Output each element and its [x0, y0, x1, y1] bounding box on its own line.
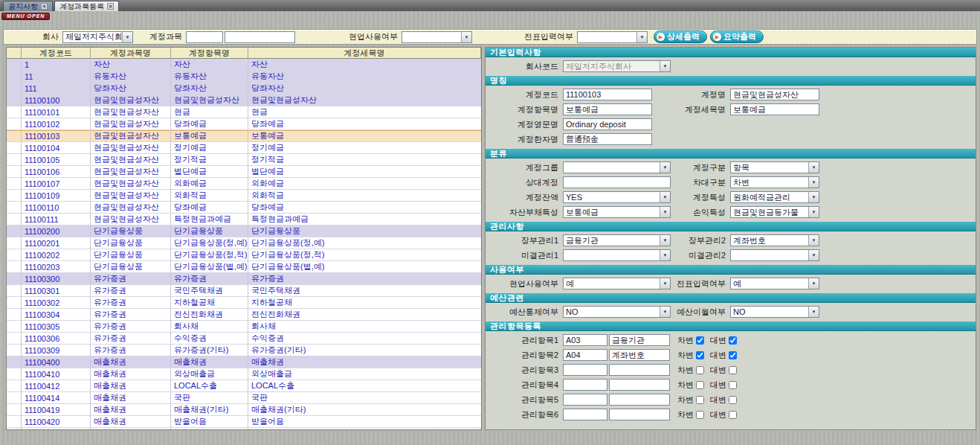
- detail-print-label: 상세출력: [667, 31, 700, 42]
- table-row[interactable]: 11100201 단기금융상품 단기금융상품(정,예) 단기금융상품(정,예): [7, 237, 481, 249]
- close-icon[interactable]: ×: [41, 3, 48, 10]
- table-row[interactable]: 11100300 유가증권 유가증권 유가증권: [7, 273, 481, 285]
- table-row[interactable]: 11100110 현금및현금성자산 당좌예금 당좌예금: [7, 202, 481, 214]
- table-row[interactable]: 11100202 단기금융상품 단기금융상품(정,적) 단기금융상품(정,적): [7, 249, 481, 261]
- table-row[interactable]: 11100309 유가증권 유가증권(기타) 유가증권(기타): [7, 345, 481, 356]
- table-row[interactable]: 11100414 매출채권 국판 국판: [7, 392, 481, 404]
- close-icon[interactable]: ×: [107, 3, 114, 10]
- table-row[interactable]: 11100302 유가증권 지하철공채 지하철공채: [7, 297, 481, 309]
- budget-control-select[interactable]: NO ▼: [563, 306, 671, 318]
- table-row[interactable]: 11100105 현금및현금성자산 정기적금 정기적금: [7, 154, 481, 166]
- detail-print-button[interactable]: ▶ 상세출력: [654, 31, 707, 43]
- account-hanja-input[interactable]: [563, 133, 652, 145]
- book-mgmt1-select[interactable]: 금융기관 ▼: [563, 234, 671, 246]
- account-division-select[interactable]: 항목 ▼: [730, 161, 819, 173]
- credit-checkbox[interactable]: [729, 381, 737, 389]
- table-row[interactable]: 11100422 매출채권 할인어음 할인어음: [7, 428, 481, 430]
- mgmt-item-name-input[interactable]: [609, 334, 670, 346]
- field-use-select[interactable]: 예 ▼: [563, 278, 671, 289]
- account-english-input[interactable]: [563, 118, 652, 130]
- mgmt-item-name-input[interactable]: [609, 379, 670, 391]
- debit-checkbox[interactable]: [696, 351, 704, 359]
- table-row[interactable]: 11100109 현금및현금성자산 외화적금 외화적금: [7, 190, 481, 202]
- open-mgmt2-select[interactable]: ▼: [730, 249, 819, 261]
- slip-entry-filter-select[interactable]: ▼: [577, 31, 648, 43]
- account-name-filter-input[interactable]: [225, 31, 295, 43]
- company-select[interactable]: 제일저지주식회사 ▼: [62, 31, 133, 43]
- credit-checkbox[interactable]: [729, 336, 737, 345]
- table-row[interactable]: 11100419 매출채권 매출채권(기타) 매출채권(기타): [7, 404, 481, 416]
- field-use-filter-label: 현업사용여부: [349, 31, 398, 42]
- summary-print-button[interactable]: ▶ 요약출력: [710, 31, 764, 43]
- tab-notice[interactable]: 공지사항 ×: [3, 1, 53, 11]
- table-row[interactable]: 11100203 단기금융상품 단기금융상품(별,예) 단기금융상품(별,예): [7, 261, 481, 273]
- credit-checkbox[interactable]: [729, 411, 737, 419]
- table-row[interactable]: 11100420 매출채권 받을어음 받을어음: [7, 416, 481, 428]
- table-row[interactable]: 111 당좌자산 당좌자산 당좌자산: [7, 83, 481, 95]
- debit-credit-division-select[interactable]: 차변 ▼: [730, 176, 819, 188]
- credit-checkbox[interactable]: [729, 366, 737, 374]
- table-row[interactable]: 11100412 매출채권 LOCAL수출 LOCAL수출: [7, 380, 481, 392]
- debit-checkbox[interactable]: [696, 396, 704, 404]
- mgmt-item-name-input[interactable]: [609, 364, 670, 376]
- account-group-select[interactable]: ▼: [563, 161, 671, 173]
- account-name-input[interactable]: [730, 89, 819, 100]
- account-detail-input[interactable]: [730, 103, 819, 115]
- table-row[interactable]: 11100101 현금및현금성자산 현금 현금: [7, 106, 481, 118]
- table-row[interactable]: 11100400 매출채권 매출채권 매출채권: [7, 356, 481, 368]
- mgmt-item-code-input[interactable]: [563, 364, 607, 376]
- open-mgmt1-select[interactable]: ▼: [563, 249, 671, 261]
- table-row[interactable]: 11100306 유가증권 수익증권 수익증권: [7, 333, 481, 345]
- table-row[interactable]: 11100107 현금및현금성자산 외화예금 외화예금: [7, 178, 481, 190]
- credit-checkbox[interactable]: [729, 396, 737, 404]
- account-balance-value: YES: [566, 193, 582, 202]
- cell-account-name: 유가증권: [91, 297, 171, 309]
- mgmt-item-name-input[interactable]: [609, 394, 670, 406]
- debit-checkbox[interactable]: [696, 336, 704, 345]
- table-row[interactable]: 11100102 현금및현금성자산 당좌예금 당좌예금: [7, 118, 481, 130]
- table-row[interactable]: 11100410 매출채권 외상매출금 외상매출금: [7, 368, 481, 380]
- mgmt-item-code-input[interactable]: [563, 334, 607, 346]
- table-row[interactable]: 11100305 유가증권 회사채 회사채: [7, 321, 481, 333]
- account-trait-select[interactable]: 원화예적금관리 ▼: [730, 191, 819, 203]
- cell-account-code: 11100420: [22, 416, 91, 428]
- table-row[interactable]: 11 유동자산 유동자산 유동자산: [7, 71, 481, 83]
- table-row[interactable]: 11100104 현금및현금성자산 정기예금 정기예금: [7, 142, 481, 154]
- asset-trait-select[interactable]: 보통예금 ▼: [563, 206, 671, 218]
- table-row[interactable]: 11100304 유가증권 전신전화채권 전신전화채권: [7, 309, 481, 321]
- account-item-input[interactable]: [563, 103, 652, 115]
- mgmt-item-name-input[interactable]: [609, 409, 670, 420]
- chevron-down-icon: ▼: [808, 235, 819, 246]
- tab-account-registration[interactable]: 계정과목등록 ×: [54, 1, 119, 11]
- budget-carryover-select[interactable]: NO ▼: [730, 306, 819, 318]
- table-row[interactable]: 11100100 현금및현금성자산 현금및현금성자산 현금및현금성자산: [7, 95, 481, 106]
- mgmt-item-name-input[interactable]: [609, 349, 670, 361]
- book-mgmt2-select[interactable]: 계좌번호 ▼: [730, 234, 819, 246]
- menu-open-button[interactable]: MENU OPEN: [1, 13, 50, 20]
- debit-checkbox[interactable]: [696, 411, 704, 419]
- table-row[interactable]: 11100103 현금및현금성자산 보통예금 보통예금: [7, 130, 481, 142]
- debit-checkbox[interactable]: [696, 366, 704, 374]
- mgmt-item-code-input[interactable]: [563, 349, 607, 361]
- mgmt-item-code-input[interactable]: [563, 394, 607, 406]
- mgmt-item-code-input[interactable]: [563, 409, 607, 420]
- counter-account-input[interactable]: [563, 176, 671, 188]
- account-code-input[interactable]: [563, 89, 652, 100]
- mgmt-item-code-input[interactable]: [563, 379, 607, 391]
- table-row[interactable]: 11100106 현금및현금성자산 별단예금 별단예금: [7, 166, 481, 178]
- credit-checkbox[interactable]: [729, 351, 737, 359]
- chevron-down-icon: ▼: [461, 32, 471, 42]
- row-gutter: [7, 214, 22, 225]
- slip-use-select[interactable]: 예 ▼: [730, 278, 819, 289]
- account-balance-select[interactable]: YES ▼: [563, 191, 671, 203]
- table-row[interactable]: 1 자산 자산 자산: [7, 59, 481, 71]
- mgmt-item-row: 관리항목5 차변 대변: [486, 392, 976, 407]
- table-row[interactable]: 11100200 단기금융상품 단기금융상품 단기금융상품: [7, 225, 481, 237]
- cell-account-detail: 유동자산: [248, 71, 481, 83]
- account-code-filter-input[interactable]: [186, 31, 223, 43]
- field-use-filter-select[interactable]: ▼: [402, 31, 472, 43]
- table-row[interactable]: 11100111 현금및현금성자산 특정현금과예금 특정현금과예금: [7, 214, 481, 225]
- table-row[interactable]: 11100301 유가증권 국민주택채권 국민주택채권: [7, 285, 481, 297]
- pl-trait-select[interactable]: 현금및현금등가물 ▼: [730, 206, 819, 218]
- debit-checkbox[interactable]: [696, 381, 704, 389]
